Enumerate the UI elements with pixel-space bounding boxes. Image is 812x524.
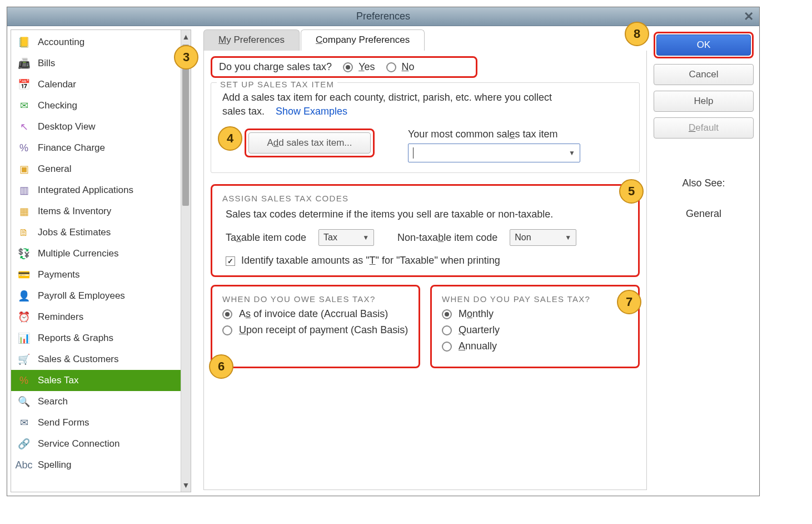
setup-sales-tax-section: SET UP SALES TAX ITEM Add a sales tax it… [211, 82, 640, 173]
show-examples-link[interactable]: Show Examples [276, 106, 347, 117]
sidebar-item-search[interactable]: 🔍Search [11, 391, 181, 412]
sidebar-scrollbar[interactable]: ▲ ▼ [181, 30, 191, 492]
pay-section: 7 WHEN DO YOU PAY SALES TAX? Monthly Qua… [430, 285, 640, 368]
desktop-view-icon: ↖ [16, 120, 32, 134]
sales-customers-icon: 🛒 [16, 353, 32, 366]
jobs-estimates-icon: 🗎 [16, 226, 32, 239]
reports-graphs-icon: 📊 [16, 332, 32, 345]
radio-icon [442, 309, 452, 319]
sidebar-item-general[interactable]: ▣General [11, 159, 181, 180]
radio-icon [386, 62, 396, 72]
radio-icon [343, 62, 353, 72]
assign-description: Sales tax codes determine if the items y… [226, 209, 628, 220]
sidebar-item-label: Items & Inventory [38, 206, 111, 217]
sidebar-item-calendar[interactable]: 📅Calendar [11, 74, 181, 95]
pay-annually-option[interactable]: Annually [442, 340, 628, 352]
sidebar-item-desktop-view[interactable]: ↖Desktop View [11, 116, 181, 137]
sidebar-item-label: Search [38, 396, 68, 407]
cancel-button[interactable]: Cancel [654, 64, 754, 85]
owe-section: 6 WHEN DO YOU OWE SALES TAX? As of invoi… [211, 285, 420, 368]
payroll-employees-icon: 👤 [16, 289, 32, 303]
charge-no-option[interactable]: No [386, 61, 415, 73]
payments-icon: 💳 [16, 268, 32, 281]
chevron-down-icon: ▼ [362, 234, 369, 241]
ok-button[interactable]: OK [656, 34, 751, 56]
default-button[interactable]: Default [654, 117, 754, 139]
identify-taxable-row[interactable]: Identify taxable amounts as "T" for "Tax… [226, 255, 628, 266]
sidebar-item-jobs-estimates[interactable]: 🗎Jobs & Estimates [11, 222, 181, 243]
sidebar-item-service-connection[interactable]: 🔗Service Connection [11, 433, 181, 454]
owe-pay-row: 6 WHEN DO YOU OWE SALES TAX? As of invoi… [211, 285, 640, 368]
sidebar-item-checking[interactable]: ✉Checking [11, 95, 181, 116]
sidebar-wrap: 📒Accounting📠Bills📅Calendar✉Checking↖Desk… [11, 29, 191, 492]
tab-my-preferences[interactable]: My Preferences [203, 29, 300, 51]
sidebar-item-label: Service Connection [38, 438, 119, 449]
sidebar-item-sales-customers[interactable]: 🛒Sales & Customers [11, 349, 181, 370]
sidebar-item-accounting[interactable]: 📒Accounting [11, 32, 181, 53]
spelling-icon: Abc [16, 458, 32, 472]
owe-cash-option[interactable]: Upon receipt of payment (Cash Basis) [222, 324, 409, 336]
tab-company-preferences[interactable]: Company Preferences [301, 29, 425, 51]
close-icon[interactable]: ✕ [744, 9, 754, 24]
add-sales-tax-item-button[interactable]: Add sales tax item... [248, 132, 371, 154]
taxable-code-select[interactable]: Tax▼ [318, 229, 374, 246]
sidebar-item-label: Desktop View [38, 121, 96, 132]
pay-title: WHEN DO YOU PAY SALES TAX? [442, 294, 628, 304]
sidebar-item-sales-tax[interactable]: %Sales Tax [11, 370, 181, 391]
sidebar-item-send-forms[interactable]: ✉Send Forms [11, 412, 181, 433]
sidebar-item-items-inventory[interactable]: ▦Items & Inventory [11, 201, 181, 222]
tab-row: My Preferences Company Preferences [203, 29, 647, 51]
sidebar-item-label: Integrated Applications [38, 185, 133, 196]
accounting-icon: 📒 [16, 36, 32, 49]
window-title: Preferences [356, 11, 410, 22]
owe-title: WHEN DO YOU OWE SALES TAX? [222, 294, 409, 304]
nontaxable-label: Non-taxable item code [397, 232, 497, 244]
setup-section-title: SET UP SALES TAX ITEM [217, 80, 337, 89]
right-button-column: 8 OK Cancel Help Default Also See: Gener… [654, 29, 754, 490]
send-forms-icon: ✉ [16, 416, 32, 429]
preferences-window: Preferences ✕ 📒Accounting📠Bills📅Calendar… [7, 7, 760, 496]
sidebar-item-finance-charge[interactable]: %Finance Charge [11, 137, 181, 159]
pay-quarterly-option[interactable]: Quarterly [442, 324, 628, 336]
sidebar-item-label: Reminders [38, 312, 83, 323]
search-icon: 🔍 [16, 395, 32, 408]
sidebar-item-multiple-currencies[interactable]: 💱Multiple Currencies [11, 243, 181, 264]
sidebar-item-integrated-applications[interactable]: ▥Integrated Applications [11, 180, 181, 201]
chevron-down-icon: ▼ [565, 234, 571, 241]
sidebar-item-label: Finance Charge [38, 142, 105, 154]
pay-monthly-option[interactable]: Monthly [442, 308, 628, 320]
setup-description: Add a sales tax item for each county, di… [222, 91, 567, 118]
sidebar-item-spelling[interactable]: AbcSpelling [11, 454, 181, 476]
callout-7: 7 [617, 290, 641, 314]
sidebar-item-payroll-employees[interactable]: 👤Payroll & Employees [11, 285, 181, 307]
charge-yes-option[interactable]: Yes [343, 61, 375, 73]
sidebar-item-reminders[interactable]: ⏰Reminders [11, 307, 181, 328]
main-column: My Preferences Company Preferences 3 Do … [203, 29, 647, 490]
also-see-heading: Also See: [654, 177, 754, 189]
main-panel: 3 Do you charge sales tax? Yes No [203, 51, 647, 490]
sidebar-item-label: Bills [38, 58, 55, 69]
taxable-label: Taxable item code [226, 232, 306, 244]
sidebar-item-label: Spelling [38, 459, 72, 471]
sidebar-item-payments[interactable]: 💳Payments [11, 264, 181, 285]
checkbox-icon [226, 256, 235, 266]
help-button[interactable]: Help [654, 91, 754, 112]
common-sales-tax-select[interactable]: ▼ [408, 144, 580, 162]
scroll-down-icon[interactable]: ▼ [182, 478, 190, 492]
sidebar-item-label: Jobs & Estimates [38, 227, 111, 238]
integrated-applications-icon: ▥ [16, 184, 32, 197]
radio-icon [222, 325, 232, 335]
scroll-up-icon[interactable]: ▲ [182, 30, 190, 43]
sidebar-item-bills[interactable]: 📠Bills [11, 53, 181, 74]
sidebar-item-label: Accounting [38, 37, 84, 48]
bills-icon: 📠 [16, 57, 32, 70]
nontaxable-code-select[interactable]: Non▼ [510, 229, 576, 246]
sidebar-item-reports-graphs[interactable]: 📊Reports & Graphs [11, 328, 181, 349]
general-icon: ▣ [16, 162, 32, 176]
sidebar-item-label: Reports & Graphs [38, 333, 113, 344]
sidebar-item-label: General [38, 164, 71, 175]
also-see-general-link[interactable]: General [654, 208, 754, 220]
owe-accrual-option[interactable]: As of invoice date (Accrual Basis) [222, 308, 409, 320]
radio-icon [442, 342, 452, 352]
items-inventory-icon: ▦ [16, 205, 32, 218]
